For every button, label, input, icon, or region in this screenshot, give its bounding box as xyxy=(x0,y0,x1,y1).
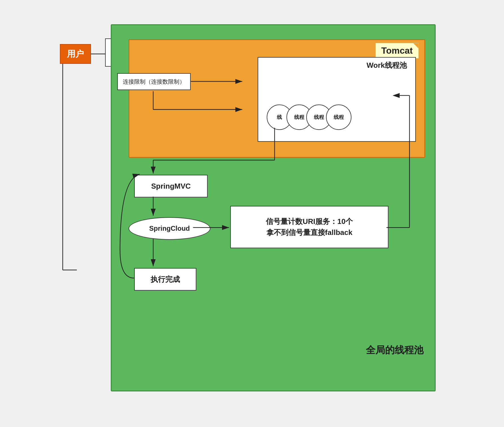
springcloud-ellipse: SpringCloud xyxy=(129,217,210,240)
orange-box: Tomcat Work线程池 线 线程 线程 线程 xyxy=(129,39,425,158)
green-box: Tomcat Work线程池 线 线程 线程 线程 xyxy=(111,24,436,391)
signal-label: 信号量计数URI服务：10个拿不到信号量直接fallback xyxy=(266,216,353,238)
work-pool-box: Work线程池 线 线程 线程 线程 xyxy=(258,57,416,142)
user-label: 用户 xyxy=(67,48,84,60)
work-pool-label: Work线程池 xyxy=(366,60,407,70)
diagram-container: 用户 accept 建立连接 Tomcat Work线程池 线 线 xyxy=(54,16,450,411)
conn-limit-box: 连接限制（连接数限制） xyxy=(117,73,191,90)
tomcat-label: Tomcat xyxy=(375,43,419,58)
global-pool-label: 全局的线程池 xyxy=(366,344,423,357)
signal-box: 信号量计数URI服务：10个拿不到信号量直接fallback xyxy=(230,206,388,248)
done-box: 执行完成 xyxy=(134,268,196,291)
user-box: 用户 xyxy=(60,44,91,64)
thread-circles: 线 线程 线程 线程 xyxy=(267,104,351,130)
springmvc-box: SpringMVC xyxy=(134,175,208,197)
conn-limit-label: 连接限制（连接数限制） xyxy=(123,78,185,86)
thread-circle-4: 线程 xyxy=(326,104,351,130)
